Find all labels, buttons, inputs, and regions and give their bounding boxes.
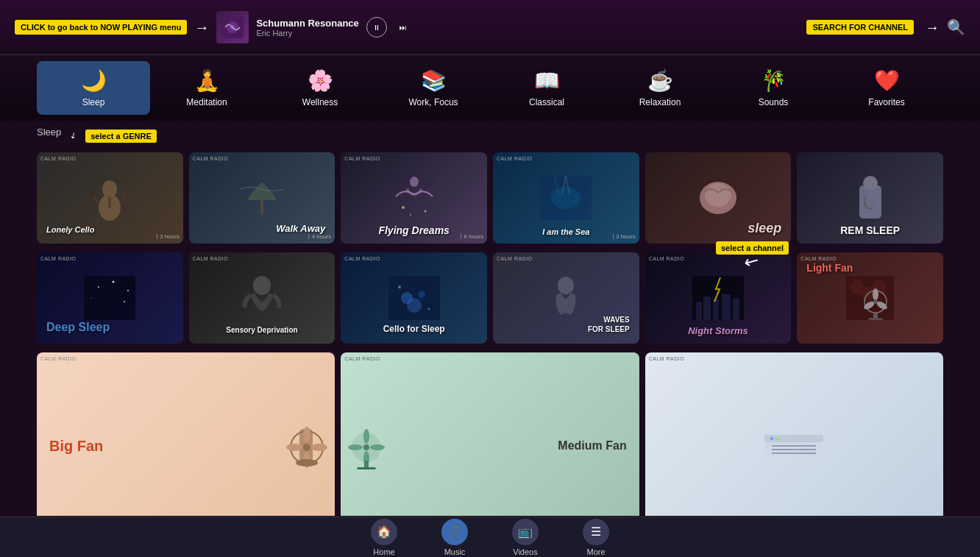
genre-hint: select a GENRE — [85, 130, 157, 143]
music-label: Music — [444, 547, 466, 556]
svg-rect-33 — [703, 297, 711, 320]
big-fan-title: Big Fan — [46, 433, 107, 458]
arrow-right-icon2: → — [925, 19, 940, 36]
search-icon[interactable]: 🔍 — [947, 18, 965, 36]
svg-point-50 — [286, 444, 302, 451]
tab-favorites[interactable]: ❤️ Favorites — [830, 61, 943, 115]
calm-badge6: CALM RADIO — [193, 256, 229, 261]
channel-rem-sleep[interactable]: REM SLEEP — [797, 152, 943, 244]
svg-rect-6 — [260, 200, 263, 215]
tab-wellness[interactable]: 🌸 Wellness — [263, 61, 377, 115]
tab-classical[interactable]: 📖 Classical — [490, 61, 603, 115]
wellness-icon: 🌸 — [308, 68, 333, 93]
channel-iam-the-sea[interactable]: CALM RADIO I am the Sea ⟩ 3 hours — [493, 152, 639, 244]
flying-dreams-title: Flying Dreams — [374, 221, 452, 240]
walk-away-inner: CALM RADIO Walk Away ⟩ 4 hours — [189, 152, 335, 244]
svg-point-28 — [398, 285, 401, 288]
svg-point-18 — [98, 286, 99, 288]
album-art — [216, 11, 249, 43]
channel-deep-sleep[interactable]: CALM RADIO Deep Sleep — [37, 252, 183, 344]
work-focus-icon: 📚 — [421, 68, 447, 93]
svg-rect-32 — [696, 302, 702, 320]
sleep-title: sleep — [744, 217, 785, 240]
channel-walk-away[interactable]: CALM RADIO Walk Away ⟩ 4 hours — [189, 152, 335, 244]
nav-home[interactable]: 🏠 Home — [371, 519, 397, 556]
svg-point-58 — [363, 444, 369, 450]
genre-tabs: 🌙 Sleep 🧘 Meditation 🌸 Wellness 📚 Work, … — [0, 55, 980, 121]
svg-point-51 — [303, 444, 310, 451]
medium-fan-title: Medium Fan — [554, 436, 630, 456]
svg-point-23 — [253, 276, 271, 295]
tab-sleep[interactable]: 🌙 Sleep — [37, 61, 150, 115]
home-label: Home — [373, 547, 394, 556]
channel-waves-sleep[interactable]: CALM RADIO WAVESFOR SLEEP — [493, 252, 639, 344]
svg-rect-34 — [713, 299, 719, 320]
music-icon: 🎵 — [441, 519, 468, 545]
svg-point-54 — [363, 429, 369, 444]
svg-point-42 — [873, 299, 878, 304]
channel-sleep[interactable]: sleep — [645, 152, 792, 244]
videos-label: Videos — [513, 547, 537, 556]
svg-point-20 — [127, 290, 129, 291]
sleep-icon: 🌙 — [81, 68, 107, 93]
deep-sleep-inner: CALM RADIO Deep Sleep — [37, 252, 183, 344]
tab-relaxation[interactable]: ☕ Relaxation — [603, 61, 717, 115]
tab-work-focus[interactable]: 📚 Work, Focus — [377, 61, 490, 115]
calm-badge7: CALM RADIO — [344, 256, 380, 261]
channel-cello-sleep[interactable]: CALM RADIO Cello for Sleep — [341, 252, 487, 344]
nav-videos[interactable]: 📺 Videos — [512, 519, 539, 556]
pause-button[interactable]: ⏸ — [366, 17, 387, 38]
iam-the-sea-title: I am the Sea — [539, 224, 593, 240]
svg-point-16 — [863, 176, 878, 191]
svg-point-21 — [91, 298, 92, 299]
lonely-cello-duration: ⟩ 3 hours — [156, 233, 180, 240]
channel-grid-row2: CALM RADIO Deep Sleep CALM RAD — [37, 252, 943, 344]
arrow-right-icon: → — [194, 19, 209, 36]
tab-sounds[interactable]: 🎋 Sounds — [717, 61, 830, 115]
header: CLICK to go back to NOW PLAYING menu → S… — [0, 0, 980, 55]
iam-the-sea-duration: ⟩ 3 hours — [612, 233, 636, 240]
channel-sensory-deprivation[interactable]: CALM RADIO Sensory Deprivation — [189, 252, 335, 344]
svg-point-47 — [303, 427, 310, 443]
track-artist: Eric Harry — [256, 29, 358, 38]
svg-point-52 — [296, 459, 318, 466]
channel-hint-annotation: select a channel ↙ — [716, 241, 789, 272]
channel-big-fan[interactable]: CALM RADIO Big Fan — [37, 352, 335, 516]
svg-point-4 — [102, 180, 117, 198]
nav-more[interactable]: ☰ More — [583, 519, 609, 556]
favorites-icon: ❤️ — [874, 68, 900, 93]
nav-music[interactable]: 🎵 Music — [441, 519, 468, 556]
flying-dreams-inner: CALM RADIO Flying Dreams ⟩ 8 hours — [341, 152, 487, 244]
header-left: CLICK to go back to NOW PLAYING menu → S… — [15, 11, 413, 43]
svg-rect-5 — [108, 196, 111, 207]
sounds-label: Sounds — [759, 97, 789, 107]
channel-air-conditioner[interactable]: CALM RADIO air conditioner — [645, 352, 943, 516]
next-button[interactable]: ⏭ — [393, 17, 413, 38]
tab-meditation[interactable]: 🧘 Meditation — [150, 61, 263, 115]
flying-dreams-duration: ⟩ 8 hours — [460, 233, 483, 240]
calm-badge2: CALM RADIO — [193, 156, 229, 161]
back-hint[interactable]: CLICK to go back to NOW PLAYING menu — [15, 20, 187, 35]
waves-title: WAVESFOR SLEEP — [584, 311, 633, 338]
svg-rect-35 — [722, 294, 731, 320]
svg-point-29 — [427, 308, 430, 311]
svg-rect-36 — [733, 298, 739, 320]
deep-sleep-title: Deep Sleep — [43, 317, 113, 338]
channel-flying-dreams[interactable]: CALM RADIO Flying Dreams ⟩ 8 hours — [341, 152, 487, 244]
meditation-icon: 🧘 — [194, 68, 220, 93]
relaxation-label: Relaxation — [639, 97, 681, 107]
calm-badge11: CALM RADIO — [40, 356, 77, 361]
calm-badge4: CALM RADIO — [497, 156, 533, 161]
channel-lonely-cello[interactable]: CALM RADIO Lonely Cello ⟩ 3 hours — [37, 152, 183, 244]
waves-inner: CALM RADIO WAVESFOR SLEEP — [493, 252, 639, 344]
channel-light-fan[interactable]: CALM RADIO — [797, 252, 943, 344]
calm-badge9: CALM RADIO — [649, 256, 685, 261]
light-fan-title: Light Fan — [803, 258, 856, 277]
work-focus-label: Work, Focus — [408, 97, 458, 107]
svg-point-26 — [418, 291, 425, 298]
calm-badge3: CALM RADIO — [344, 156, 380, 161]
light-fan-inner: CALM RADIO — [797, 252, 943, 344]
channel-medium-fan[interactable]: CALM RADIO Medium Fan — [341, 352, 639, 516]
rem-sleep-inner: REM SLEEP — [797, 152, 943, 244]
cello-sleep-title: Cello for Sleep — [380, 320, 449, 338]
